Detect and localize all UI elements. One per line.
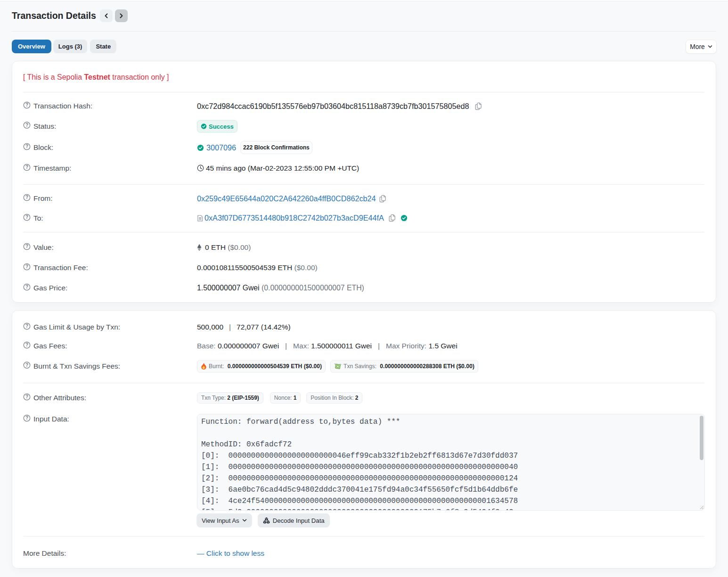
- svg-text:?: ?: [25, 165, 28, 170]
- svg-text:?: ?: [25, 394, 28, 399]
- svg-text:?: ?: [25, 244, 28, 249]
- svg-text:?: ?: [25, 342, 28, 347]
- svg-text:?: ?: [25, 264, 28, 269]
- svg-text:?: ?: [25, 363, 28, 368]
- svg-text:?: ?: [25, 144, 28, 149]
- svg-text:?: ?: [25, 214, 28, 220]
- svg-text:?: ?: [25, 102, 28, 107]
- svg-text:?: ?: [25, 123, 28, 128]
- svg-text:?: ?: [25, 415, 28, 420]
- svg-text:?: ?: [25, 284, 28, 289]
- svg-text:?: ?: [25, 195, 28, 200]
- svg-text:?: ?: [25, 323, 28, 329]
